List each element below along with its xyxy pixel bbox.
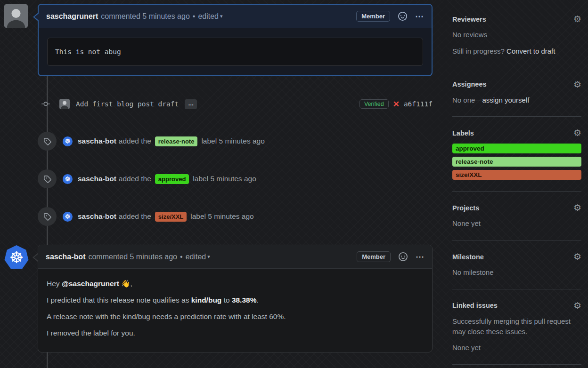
avatar-saschagrunert[interactable]	[4, 4, 28, 28]
kebab-menu-button[interactable]: ⋯	[415, 11, 424, 22]
bot-avatar[interactable]: ☸	[63, 136, 73, 146]
verified-badge[interactable]: Verified	[359, 99, 389, 109]
event-actor-link[interactable]: sascha-bot	[78, 175, 116, 183]
linked-issues-title: Linked issues	[452, 302, 498, 309]
pr-sidebar: Reviewers ⚙ No reviews Still in progress…	[452, 0, 581, 368]
sidebar-section-milestone: Milestone ⚙ No milestone	[452, 240, 581, 289]
assign-yourself-link[interactable]: assign yourself	[482, 96, 529, 104]
commit-author-avatar[interactable]	[59, 99, 70, 109]
dot-separator: •	[180, 253, 183, 261]
gear-icon[interactable]: ⚙	[573, 128, 581, 137]
tag-icon	[43, 175, 51, 183]
member-badge: Member	[357, 251, 391, 262]
event-badge	[38, 169, 57, 188]
comment-body: This is not abug	[39, 28, 432, 75]
gear-icon[interactable]: ⚙	[573, 301, 581, 310]
member-badge: Member	[356, 11, 390, 22]
gear-icon[interactable]: ⚙	[573, 252, 581, 261]
gear-icon[interactable]: ⚙	[573, 15, 581, 24]
label-event-row: ☸ sascha-bot added the release-note labe…	[38, 132, 433, 151]
paragraph-requirement: A release note with the kind/bug needs a…	[47, 312, 424, 321]
person-photo-icon	[59, 99, 70, 109]
event-suffix-text: label 5 minutes ago	[190, 212, 253, 221]
kebab-menu-button[interactable]: ⋯	[416, 252, 425, 262]
comment-body: Hey @saschagrunert 👋, I predicted that t…	[38, 269, 432, 352]
label-event-row: ☸ sascha-bot added the approved label 5 …	[38, 169, 433, 188]
emoji-reaction-button[interactable]	[398, 12, 407, 21]
text: Hey	[47, 280, 62, 288]
commit-row: Add first blog post draft … Verified ✕ a…	[38, 96, 433, 112]
comment-saschagrunert: saschagrunert commented 5 minutes ago • …	[38, 4, 433, 76]
code-text: This is not abug	[55, 48, 121, 56]
gear-icon[interactable]: ⚙	[573, 80, 581, 89]
comment-arrow-inner	[34, 254, 39, 261]
tag-icon	[43, 213, 51, 221]
event-actor-link[interactable]: sascha-bot	[78, 137, 116, 145]
comment-header: sascha-bot commented 5 minutes ago • edi…	[38, 245, 432, 269]
kubernetes-wheel-icon: ☸	[65, 176, 71, 182]
kind-bug-text: kind/bug	[191, 296, 222, 304]
chevron-down-icon: ▾	[220, 13, 223, 19]
bot-avatar[interactable]: ☸	[63, 174, 73, 184]
label-chip[interactable]: size/XXL	[155, 212, 187, 222]
emoji-reaction-button[interactable]	[399, 252, 408, 261]
commit-message-link[interactable]: Add first blog post draft	[76, 100, 179, 108]
event-action-text: added the	[119, 175, 151, 183]
paragraph-prediction: I predicted that this release note quali…	[47, 296, 424, 304]
commit-expander-button[interactable]: …	[185, 99, 197, 109]
paragraph-removed: I removed the label for you.	[47, 329, 424, 337]
smiley-icon	[398, 12, 407, 21]
text: I predicted that this release note quali…	[47, 296, 191, 304]
kubernetes-wheel-icon: ☸	[9, 249, 24, 265]
label-chip-size-xxl[interactable]: size/XXL	[452, 170, 581, 180]
label-chip-approved[interactable]: approved	[452, 144, 581, 153]
code-block: This is not abug	[47, 38, 423, 66]
avatar-sascha-bot[interactable]: ☸	[4, 245, 29, 270]
comment-author-link[interactable]: sascha-bot	[46, 253, 85, 261]
convert-to-draft-link[interactable]: Convert to draft	[506, 47, 555, 55]
percentage-text: 38.38%	[232, 296, 257, 304]
dot-separator: •	[193, 12, 196, 21]
label-chip-release-note[interactable]: release-note	[452, 157, 581, 167]
edited-dropdown[interactable]: edited	[186, 253, 206, 261]
event-badge	[38, 132, 57, 151]
person-photo-icon	[4, 4, 28, 28]
labels-title: Labels	[452, 129, 474, 137]
assignees-title: Assignees	[452, 80, 487, 88]
event-suffix-text: label 5 minutes ago	[201, 137, 264, 145]
status-failed-x-icon[interactable]: ✕	[393, 99, 400, 109]
gear-icon[interactable]: ⚙	[573, 203, 581, 212]
wave-emoji: 👋,	[119, 280, 132, 288]
event-action-text: added the	[119, 137, 151, 145]
reviewers-empty-text: No reviews	[452, 30, 581, 40]
milestone-empty-text: No milestone	[452, 267, 581, 278]
sidebar-section-projects: Projects ⚙ None yet	[452, 192, 581, 240]
assignees-empty-text: No one—	[452, 96, 482, 104]
commit-hash-link[interactable]: a6f111f	[404, 100, 433, 108]
event-actor-link[interactable]: sascha-bot	[78, 212, 116, 221]
comment-sascha-bot: sascha-bot commented 5 minutes ago • edi…	[38, 245, 433, 352]
label-chip[interactable]: approved	[155, 174, 189, 184]
kubernetes-wheel-icon: ☸	[65, 138, 71, 144]
event-suffix-text: label 5 minutes ago	[193, 175, 256, 183]
bot-avatar[interactable]: ☸	[63, 212, 73, 222]
comment-author-link[interactable]: saschagrunert	[46, 12, 98, 21]
text: to	[221, 296, 232, 304]
sidebar-section-linked-issues: Linked issues ⚙ Successfully merging thi…	[452, 289, 581, 365]
label-chip[interactable]: release-note	[155, 136, 198, 146]
reviewers-title: Reviewers	[452, 16, 486, 23]
paragraph-greeting: Hey @saschagrunert 👋,	[47, 280, 424, 288]
edited-dropdown[interactable]: edited	[198, 12, 219, 21]
comment-timestamp-link[interactable]: commented 5 minutes ago	[88, 253, 177, 261]
label-event-row: ☸ sascha-bot added the size/XXL label 5 …	[38, 207, 433, 226]
projects-title: Projects	[452, 204, 479, 212]
sidebar-section-labels: Labels ⚙ approved release-note size/XXL	[452, 117, 581, 192]
comment-header: saschagrunert commented 5 minutes ago • …	[39, 5, 432, 28]
draft-hint-text: Still in progress?	[452, 47, 506, 55]
git-commit-icon	[41, 100, 51, 108]
comment-timestamp-link[interactable]: commented 5 minutes ago	[101, 12, 190, 21]
event-badge	[38, 207, 57, 226]
text: .	[256, 296, 258, 304]
linked-issues-description: Successfully merging this pull request m…	[452, 316, 581, 337]
mention-link[interactable]: @saschagrunert	[62, 280, 119, 288]
